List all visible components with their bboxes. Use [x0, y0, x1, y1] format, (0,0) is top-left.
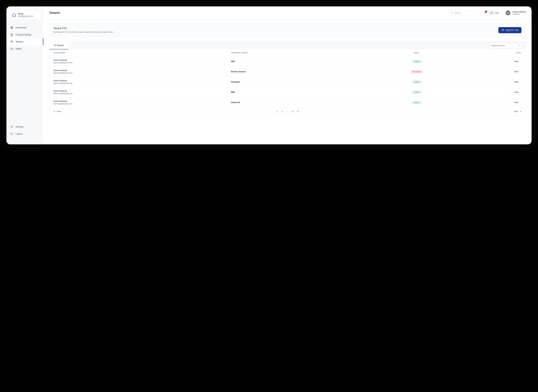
topbar: Tenants 2 ? Help DA David Adebola Landlo…	[43, 6, 532, 19]
table-row: David Adeboladave.bola@gmail.comDrivers …	[49, 67, 526, 77]
wallet-icon	[10, 47, 13, 50]
brand-card: Nook david@gmail.com	[9, 10, 40, 19]
user-role: Landlord	[512, 13, 526, 15]
svg-line-15	[452, 13, 453, 14]
page-number[interactable]: 1	[277, 110, 278, 113]
kyc-title: Tenant KYC	[53, 27, 113, 30]
user-menu[interactable]: DA David Adebola Landlord	[505, 10, 526, 15]
col-header-tenant: Tenant details	[53, 52, 231, 54]
tenant-name: David Adebola	[53, 69, 231, 71]
sidebar-item-dashboard[interactable]: Dashboard	[6, 24, 43, 31]
table-row: David Adeboladave.bola@gmail.comPassport…	[49, 77, 526, 87]
nav-footer: Settings Logout	[6, 123, 43, 140]
gear-icon	[10, 125, 13, 128]
search-input[interactable]	[454, 12, 475, 14]
tenant-email: dave.bola@gmail.com	[53, 92, 231, 95]
sidebar-item-settings[interactable]: Settings	[6, 123, 43, 130]
view-button[interactable]: View	[511, 80, 521, 84]
logout-icon	[10, 132, 13, 135]
main: Tenants 2 ? Help DA David Adebola Landlo…	[43, 6, 532, 144]
pagination: Prev 12...56 Next	[49, 107, 526, 115]
view-button[interactable]: View	[511, 90, 521, 94]
user-name: David Adebola	[512, 11, 526, 13]
divider	[502, 11, 502, 15]
next-button[interactable]: Next	[514, 110, 521, 113]
brand-logo-icon	[12, 13, 16, 17]
sidebar-item-tenants[interactable]: Tenants	[6, 38, 43, 45]
global-search[interactable]	[448, 10, 477, 16]
table-row: David Adeboladave.bola@gmail.comVoters I…	[49, 97, 526, 107]
svg-rect-1	[12, 27, 13, 27]
verification-channel: Passport	[231, 81, 376, 83]
notification-badge: 2	[485, 10, 487, 13]
col-header-channel: Verification channel	[231, 52, 376, 54]
sidebar-item-wallet[interactable]: Wallet	[6, 45, 43, 52]
svg-point-14	[451, 12, 453, 13]
svg-rect-0	[11, 27, 11, 27]
svg-rect-3	[12, 28, 13, 29]
sidebar-item-label: Wallet	[15, 47, 22, 50]
help-icon: ?	[490, 11, 493, 15]
help-button[interactable]: ? Help	[490, 11, 499, 15]
tab-all-tenants[interactable]: All Tenants	[49, 42, 68, 49]
copy-kyc-link-button[interactable]: Copy KYC link	[498, 27, 521, 33]
page-number[interactable]: 2	[282, 110, 283, 113]
tenant-name: David Adebola	[53, 59, 231, 61]
tenant-email: dave.bola@gmail.com	[53, 62, 231, 64]
prev-button[interactable]: Prev	[53, 110, 61, 113]
verification-channel: NIN	[231, 60, 376, 63]
tenant-email: dave.bola@gmail.com	[53, 82, 231, 84]
sidebar-item-label: Dashboard	[15, 26, 27, 29]
notifications-button[interactable]: 2	[484, 11, 487, 15]
svg-point-12	[11, 126, 12, 127]
view-button[interactable]: View	[511, 59, 521, 64]
tenant-email: dave.bola@gmail.com	[53, 72, 231, 74]
status-badge: Verified	[412, 80, 421, 84]
svg-rect-4	[11, 33, 12, 36]
sidebar-item-label: Property listings	[15, 33, 31, 36]
svg-point-8	[11, 41, 12, 42]
status-badge: Verified	[412, 90, 421, 94]
svg-rect-2	[11, 28, 11, 29]
col-header-action: Action	[457, 52, 521, 54]
page-number[interactable]: 6	[297, 110, 298, 113]
nav: Dashboard Property listings Tenants Wall…	[6, 24, 43, 123]
copy-icon	[501, 29, 504, 31]
tenant-name: David Adebola	[53, 79, 231, 82]
next-label: Next	[514, 110, 518, 113]
view-button[interactable]: View	[511, 70, 521, 74]
sidebar-item-label: Tenants	[15, 40, 23, 43]
brand-name: Nook	[18, 13, 33, 15]
status-badge: Verified	[412, 101, 421, 104]
arrow-left-icon	[53, 110, 56, 113]
search-icon	[451, 12, 453, 14]
sidebar: Nook david@gmail.com Dashboard Property …	[6, 6, 43, 144]
page-number: ...	[287, 110, 288, 113]
status-badge: Verified	[412, 60, 421, 63]
tenant-name: David Adebola	[53, 90, 231, 92]
view-button[interactable]: View	[511, 100, 521, 105]
prev-label: Prev	[57, 110, 61, 113]
sidebar-item-label: Logout	[15, 132, 22, 135]
svg-line-17	[520, 46, 520, 46]
tab-row: All Tenants	[49, 42, 526, 49]
copy-button-label: Copy KYC link	[505, 29, 519, 31]
sidebar-item-property-listings[interactable]: Property listings	[6, 31, 43, 38]
table-search[interactable]	[489, 43, 523, 48]
table-search-input[interactable]	[491, 44, 518, 47]
content: Tenant KYC Generate KYC form link for yo…	[43, 19, 532, 119]
table-header: Tenant details Verification channel Stat…	[49, 49, 526, 56]
verification-channel: Drivers license	[231, 70, 376, 73]
page-title: Tenants	[49, 11, 60, 15]
verification-channel: NIN	[231, 91, 376, 93]
kyc-subtitle: Generate KYC form link for your tenants …	[53, 31, 113, 33]
table-body: David Adeboladave.bola@gmail.comNINVerif…	[49, 56, 526, 107]
search-icon	[518, 44, 521, 47]
verification-channel: Voters ID	[231, 101, 376, 104]
svg-point-11	[12, 49, 13, 49]
page-number[interactable]: 5	[292, 110, 293, 113]
sidebar-item-label: Settings	[15, 126, 24, 128]
users-icon	[10, 40, 13, 43]
tenant-name: David Adebola	[53, 100, 231, 102]
sidebar-item-logout[interactable]: Logout	[6, 130, 43, 137]
